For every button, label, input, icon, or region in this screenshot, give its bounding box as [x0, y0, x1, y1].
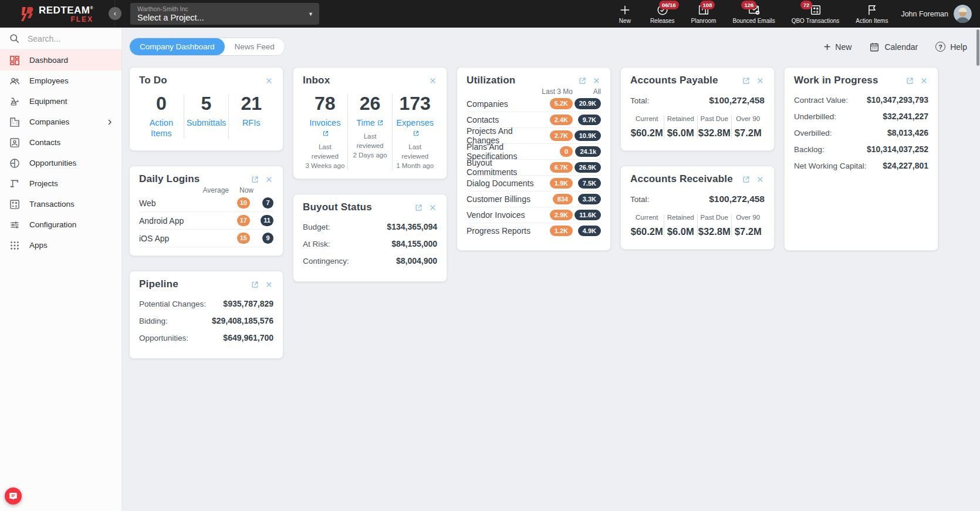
close-icon[interactable] — [756, 76, 765, 85]
close-icon[interactable] — [265, 280, 273, 289]
row-value: $32,241,227 — [883, 112, 928, 121]
topbar-action-qbo-transactions[interactable]: 72 QBO Transactions — [792, 4, 840, 24]
last3mo-badge: 1.9K — [550, 178, 573, 189]
column-header: Retained — [664, 214, 698, 221]
stat-link[interactable]: Expenses — [395, 117, 435, 139]
work-in-progress-card: Work in Progress Contract Value: $10,347… — [784, 67, 938, 251]
redteam-flex-logo[interactable]: REDTEAM® FLEX — [21, 5, 93, 23]
all-badge: 20.9K — [575, 98, 601, 109]
total-row: Total: $100,272,458 — [630, 194, 765, 204]
sidebar-collapse-button[interactable]: ‹ — [109, 7, 121, 20]
row-label: Bidding: — [139, 317, 168, 325]
topbar-action-action-items[interactable]: Action Items — [856, 4, 888, 24]
all-badge: 3.3K — [578, 194, 601, 204]
logo-flex: FLEX — [39, 16, 93, 23]
caret-down-icon: ▼ — [308, 11, 313, 17]
row-value: $10,314,037,252 — [867, 144, 928, 154]
sidebar-item-configuration[interactable]: Configuration — [0, 214, 121, 235]
close-icon[interactable] — [756, 175, 765, 184]
sidebar-item-label: Equipment — [29, 97, 67, 106]
row-label: Budget: — [303, 223, 330, 231]
stat-value: 78 — [305, 94, 345, 114]
column-header: Past Due — [698, 115, 731, 122]
sidebar-item-companies[interactable]: Companies — [0, 112, 121, 132]
calendar-button[interactable]: Calendar — [869, 42, 918, 52]
row-label: Vendor Invoices — [467, 210, 542, 220]
popup-icon[interactable] — [578, 76, 587, 85]
row-label: Web — [139, 199, 227, 208]
card-title: Buyout Status — [303, 201, 414, 213]
stat-value: 0 — [141, 94, 181, 114]
row-label: Opportunities: — [139, 334, 188, 342]
last3mo-badge: 2.9K — [550, 210, 573, 220]
stat-link[interactable]: Submittals — [187, 117, 227, 128]
scrollbar-thumb[interactable] — [976, 29, 979, 66]
tab-company-dashboard[interactable]: Company Dashboard — [130, 38, 225, 55]
average-badge: 17 — [237, 215, 250, 226]
close-icon[interactable] — [428, 76, 437, 85]
close-icon[interactable] — [428, 203, 437, 212]
row-value: $8,004,900 — [396, 256, 437, 265]
logo-brand: REDTEAM — [39, 5, 90, 16]
topbar-action-planroom[interactable]: 108 Planroom — [691, 4, 717, 24]
topbar-action-new[interactable]: New — [616, 4, 634, 24]
new-button[interactable]: + New — [824, 42, 852, 52]
accounts-payable-card: Accounts Payable Total: $100,272,458 Cur… — [620, 67, 775, 151]
topbar-action-bounced-emails[interactable]: 126 Bounced Emails — [732, 4, 775, 24]
transactions-icon — [9, 199, 21, 210]
stat-value: 21 — [231, 94, 271, 114]
sidebar-item-label: Projects — [29, 179, 58, 188]
logo-registered-mark: ® — [90, 6, 93, 10]
popup-icon[interactable] — [251, 280, 259, 289]
chat-bubble-button[interactable] — [5, 488, 22, 505]
stat-link[interactable]: Time — [350, 117, 390, 128]
stat-link[interactable]: Invoices — [305, 117, 345, 139]
close-icon[interactable] — [265, 76, 273, 85]
total-label: Total: — [630, 96, 649, 105]
daily-logins-columns: Average Now — [139, 186, 273, 194]
popup-icon[interactable] — [905, 76, 914, 85]
dashboard-tabs: Company Dashboard News Feed — [129, 38, 285, 56]
popup-icon[interactable] — [251, 175, 259, 184]
close-icon[interactable] — [920, 76, 928, 85]
sidebar-item-dashboard[interactable]: Dashboard — [0, 50, 121, 70]
releases-badge: 06/16 — [659, 1, 679, 9]
project-selector[interactable]: Warthon-Smith Inc Select a Project... ▼ — [130, 3, 319, 25]
stat-link[interactable]: Action Items — [141, 117, 181, 139]
sidebar-item-employees[interactable]: Employees — [0, 70, 121, 91]
accounts-receivable-card: Accounts Receivable Total: $100,272,458 … — [620, 166, 775, 250]
plus-icon — [619, 4, 631, 16]
popup-icon[interactable] — [742, 175, 751, 184]
search-input[interactable] — [28, 34, 113, 43]
popup-icon[interactable] — [414, 203, 423, 212]
sidebar-item-transactions[interactable]: Transactions — [0, 194, 121, 214]
topbar-action-releases[interactable]: 06/16 Releases — [650, 4, 675, 24]
row-value: $29,408,185,576 — [212, 316, 273, 325]
todo-stat-submittals: 5 Submittals — [184, 94, 229, 139]
user-name: John Foreman — [901, 10, 948, 18]
flag-icon — [866, 4, 878, 16]
help-button[interactable]: ? Help — [935, 42, 967, 52]
sidebar-search[interactable] — [0, 28, 121, 50]
sidebar-item-projects[interactable]: Projects — [0, 173, 121, 194]
stat-link[interactable]: RFIs — [231, 117, 271, 128]
sidebar-item-apps[interactable]: Apps — [0, 235, 121, 256]
topbar-action-label: Releases — [650, 18, 675, 24]
search-icon — [9, 33, 20, 44]
popup-icon[interactable] — [742, 76, 751, 85]
calendar-button-label: Calendar — [884, 42, 918, 52]
topbar-action-label: Planroom — [691, 18, 717, 24]
tab-news-feed[interactable]: News Feed — [225, 38, 285, 55]
sidebar-item-equipment[interactable]: Equipment — [0, 91, 121, 112]
column-value: $7.2M — [732, 127, 765, 139]
close-icon[interactable] — [592, 76, 601, 85]
table-row: Underbilled: $32,241,227 — [794, 112, 928, 121]
topbar-action-label: QBO Transactions — [792, 18, 840, 24]
user-menu[interactable]: John Foreman — [901, 5, 972, 23]
aging-column: Past Due $32.8M — [697, 115, 731, 139]
sidebar-item-contacts[interactable]: Contacts — [0, 132, 121, 153]
table-row: Vendor Invoices 2.9K 11.6K — [467, 207, 601, 223]
sidebar-item-label: Apps — [29, 241, 48, 250]
close-icon[interactable] — [265, 175, 273, 184]
sidebar-item-opportunities[interactable]: Opportunities — [0, 153, 121, 173]
